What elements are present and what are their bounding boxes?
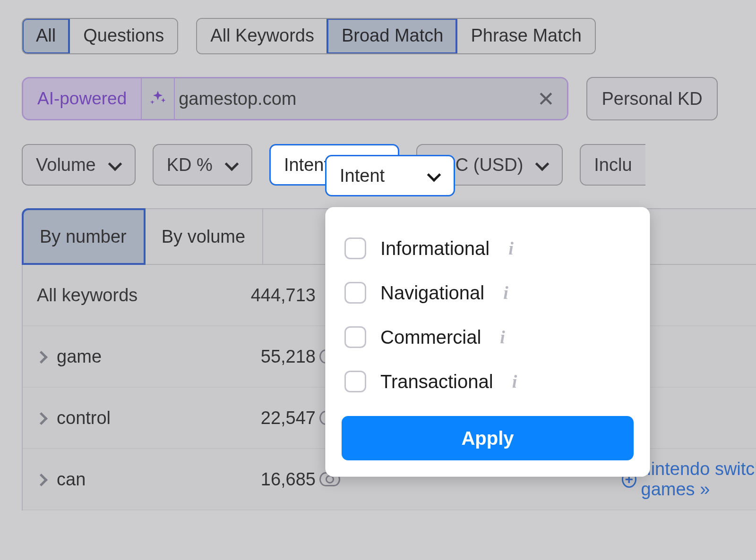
intent-option-informational[interactable]: Informational i: [342, 226, 634, 271]
chevron-right-icon[interactable]: [37, 474, 47, 484]
filter-volume[interactable]: Volume: [22, 144, 136, 186]
keyword-text: can: [57, 469, 86, 490]
keyword-count: 55,218: [212, 347, 316, 367]
tab-broad-match[interactable]: Broad Match: [327, 19, 456, 53]
filter-intent-raised[interactable]: Intent: [325, 155, 455, 196]
apply-button[interactable]: Apply: [342, 416, 634, 460]
intent-popover: Informational i Navigational i Commercia…: [325, 207, 650, 477]
panel-tab-by-number[interactable]: By number: [23, 209, 145, 264]
intent-option-transactional[interactable]: Transactional i: [342, 359, 634, 404]
close-icon[interactable]: ✕: [537, 87, 555, 111]
chevron-right-icon[interactable]: [37, 351, 47, 362]
keyword-count: 16,685: [212, 469, 316, 490]
intent-option-navigational[interactable]: Navigational i: [342, 271, 634, 315]
info-icon[interactable]: i: [508, 238, 514, 259]
tab-questions[interactable]: Questions: [69, 19, 177, 53]
table-header-count: 444,713: [212, 285, 316, 305]
filter-include[interactable]: Inclu: [580, 144, 645, 186]
tab-all-keywords[interactable]: All Keywords: [197, 19, 327, 53]
intent-option-commercial[interactable]: Commercial i: [342, 315, 634, 359]
checkbox[interactable]: [344, 282, 366, 304]
chevron-down-icon: [427, 169, 440, 182]
tab-all[interactable]: All: [23, 19, 69, 53]
info-icon[interactable]: i: [512, 371, 517, 392]
ai-domain-text: gamestop.com: [179, 89, 296, 109]
keyword-count: 22,547: [212, 408, 316, 428]
checkbox[interactable]: [344, 371, 366, 392]
chevron-down-icon: [535, 158, 549, 171]
chevron-down-icon: [108, 158, 121, 171]
checkbox[interactable]: [344, 326, 366, 348]
ai-chip-row: AI-powered gamestop.com ✕ Personal KD: [22, 77, 756, 120]
chevron-down-icon: [225, 158, 238, 171]
checkbox[interactable]: [344, 238, 366, 259]
info-icon[interactable]: i: [500, 327, 505, 348]
tab-group-match: All Keywords Broad Match Phrase Match: [196, 18, 596, 54]
info-icon[interactable]: i: [503, 282, 508, 303]
sparkle-icon: [142, 78, 175, 119]
top-tab-row: All Questions All Keywords Broad Match P…: [22, 18, 756, 54]
tab-group-scope: All Questions: [22, 18, 178, 54]
tab-phrase-match[interactable]: Phrase Match: [456, 19, 594, 53]
ai-powered-label: AI-powered: [23, 89, 141, 109]
filter-kd[interactable]: KD %: [153, 144, 252, 186]
personal-kd-button[interactable]: Personal KD: [586, 77, 717, 120]
panel-tab-by-volume[interactable]: By volume: [145, 209, 263, 264]
ai-domain-pill[interactable]: gamestop.com ✕: [175, 78, 567, 119]
keyword-text: game: [57, 347, 102, 367]
table-header-label: All keywords: [37, 285, 137, 305]
ai-powered-chip: AI-powered gamestop.com ✕: [22, 77, 568, 120]
chevron-right-icon[interactable]: [37, 413, 47, 423]
keyword-text: control: [57, 408, 111, 428]
